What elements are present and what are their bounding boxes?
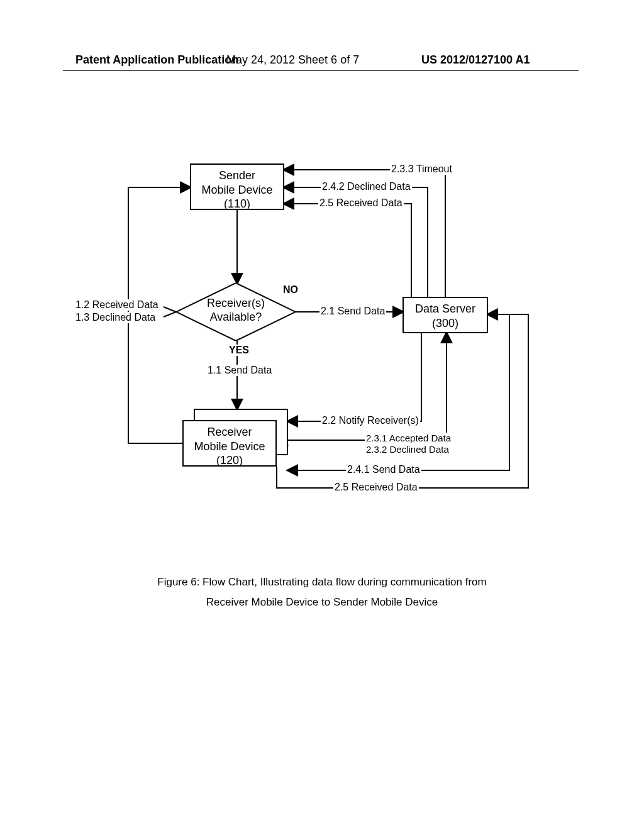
header-rule (63, 70, 579, 71)
caption-line1: Figure 6: Flow Chart, Illustrating data … (0, 572, 644, 592)
label-2-5a: 2.5 Received Data (318, 197, 404, 209)
decision-line2: Available? (176, 311, 296, 324)
flow-diagram: Sender Mobile Device (110) Receiver(s) A… (69, 163, 572, 516)
header-mid: May 24, 2012 Sheet 6 of 7 (226, 53, 359, 67)
server-box: Data Server (300) (402, 297, 488, 333)
label-1-2: 1.2 Received Data (74, 299, 160, 311)
sender-box: Sender Mobile Device (110) (190, 163, 284, 210)
connectors (69, 163, 572, 516)
receiver-line3: (120) (189, 453, 270, 468)
label-2-3-3: 2.3.3 Timeout (390, 163, 453, 175)
sender-line2: Mobile Device (196, 183, 278, 197)
label-2-1: 2.1 Send Data (319, 306, 386, 317)
sender-line1: Sender (196, 169, 278, 183)
label-yes: YES (228, 345, 250, 356)
header-right: US 2012/0127100 A1 (421, 53, 530, 67)
server-line1: Data Server (409, 302, 482, 316)
decision-line1: Receiver(s) (176, 297, 296, 311)
svg-line-1 (164, 312, 176, 317)
figure-caption: Figure 6: Flow Chart, Illustrating data … (0, 572, 644, 613)
label-1-1: 1.1 Send Data (206, 365, 273, 376)
sender-line3: (110) (196, 197, 278, 211)
server-line2: (300) (409, 316, 482, 331)
header-left: Patent Application Publication (75, 53, 238, 67)
label-2-5b: 2.5 Received Data (333, 482, 419, 493)
label-2-4-2: 2.4.2 Declined Data (321, 181, 412, 192)
label-2-2: 2.2 Notify Receiver(s) (321, 415, 420, 426)
label-1-3: 1.3 Declined Data (74, 312, 157, 323)
decision-diamond: Receiver(s) Available? (176, 283, 296, 341)
receiver-box: Receiver Mobile Device (120) (182, 420, 277, 467)
receiver-line2: Mobile Device (189, 440, 270, 454)
label-2-3-1: 2.3.1 Accepted Data (365, 433, 452, 443)
label-no: NO (282, 284, 299, 296)
caption-line2: Receiver Mobile Device to Sender Mobile … (0, 592, 644, 612)
label-2-3-2: 2.3.2 Declined Data (365, 444, 450, 455)
svg-line-0 (164, 307, 176, 312)
label-2-4-1: 2.4.1 Send Data (346, 464, 421, 475)
receiver-line1: Receiver (189, 425, 270, 440)
